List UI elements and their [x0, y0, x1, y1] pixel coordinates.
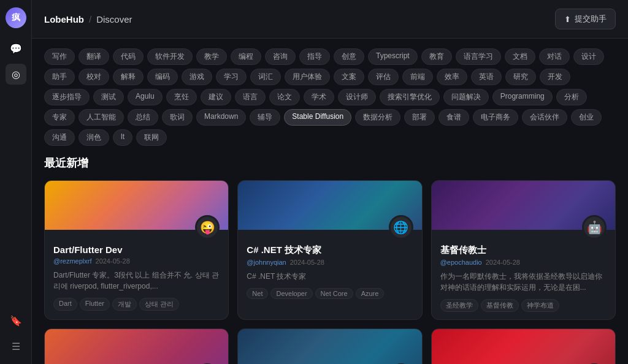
- card-tag: 基督传教: [481, 299, 519, 312]
- tag-软件开发[interactable]: 软件开发: [147, 48, 193, 65]
- tag-润色[interactable]: 润色: [78, 129, 109, 146]
- card-meta: @johnnyqian 2024-05-28: [247, 259, 413, 266]
- card-date: 2024-05-28: [96, 257, 130, 265]
- card-tag: Net Core: [315, 288, 353, 299]
- tag-分析[interactable]: 分析: [556, 89, 587, 105]
- tags-container: 写作翻译代码软件开发教学编程咨询指导创意Typescript教育语言学习文档对话…: [44, 48, 616, 146]
- tag-lt[interactable]: lt: [113, 129, 132, 146]
- tag-总结[interactable]: 总结: [128, 109, 158, 126]
- tag-逐步指导[interactable]: 逐步指导: [44, 89, 90, 105]
- tag-专家[interactable]: 专家: [44, 109, 75, 126]
- tag-设计[interactable]: 设计: [573, 48, 604, 65]
- submit-assistant-button[interactable]: ⬆ 提交助手: [555, 9, 616, 29]
- card-description: C# .NET 技术专家: [247, 271, 413, 282]
- tag-研究[interactable]: 研究: [505, 69, 536, 85]
- card-user: @rezmeplxrf: [53, 257, 92, 265]
- card-body: Dart/Flutter Dev @rezmeplxrf 2024-05-28 …: [45, 230, 228, 318]
- tag-教育[interactable]: 教育: [421, 48, 452, 65]
- card-description: Dart/Flutter 专家。3段代 以上 组合并不 允. 상태 관리에 ri…: [53, 270, 220, 292]
- tag-联网[interactable]: 联网: [136, 129, 167, 146]
- card-body: 基督传教士 @epochaudio 2024-05-28 作为一名即默传教士，我…: [432, 230, 615, 319]
- card-tag: Flutter: [80, 298, 110, 311]
- tag-问题解决[interactable]: 问题解决: [443, 89, 489, 105]
- card-4[interactable]: 🤨 日常小助手 @Qinks6 2024-05-28 一个能搜索、能画图的小可爱: [44, 328, 229, 364]
- tag-文档[interactable]: 文档: [505, 48, 535, 65]
- card-title: 基督传教士: [440, 245, 607, 256]
- tag-agulu[interactable]: Agulu: [128, 89, 163, 105]
- tag-markdown[interactable]: Markdown: [196, 109, 246, 126]
- card-title: Dart/Flutter Dev: [53, 245, 220, 255]
- tag-助手[interactable]: 助手: [44, 69, 75, 85]
- tag-歌词[interactable]: 歌词: [162, 109, 193, 126]
- tag-电子商务[interactable]: 电子商务: [473, 109, 518, 126]
- card-banner: 🤖: [238, 329, 421, 364]
- tag-前端[interactable]: 前端: [402, 69, 433, 85]
- card-tag: Azure: [356, 288, 385, 299]
- tag-对话[interactable]: 对话: [539, 48, 570, 65]
- tag-游戏[interactable]: 游戏: [182, 69, 212, 85]
- tag-搜索引擎优化[interactable]: 搜索引擎优化: [380, 89, 440, 105]
- card-avatar: 🌐: [389, 215, 413, 240]
- card-tag: 개발: [112, 298, 137, 311]
- tag-编码[interactable]: 编码: [147, 69, 178, 85]
- card-6[interactable]: 💯 外企同事评价助手 @johnnyqian 2024-05-27 给你的同事好…: [431, 328, 616, 364]
- card-5[interactable]: 🤖 Node.js 优化师 @chrisuhg 2024-05-28 擅长 No…: [237, 328, 422, 364]
- upload-icon: ⬆: [564, 15, 571, 24]
- tag-建议[interactable]: 建议: [201, 89, 231, 105]
- tag-创意[interactable]: 创意: [334, 48, 364, 65]
- tag-英语[interactable]: 英语: [471, 69, 502, 85]
- tag-烹饪[interactable]: 烹饪: [166, 89, 197, 105]
- tag-programming[interactable]: Programming: [492, 89, 553, 105]
- brand-name: LobeHub: [44, 14, 84, 25]
- card-user: @johnnyqian: [247, 259, 286, 266]
- chat-nav-icon[interactable]: 💬: [6, 38, 26, 59]
- tag-创业[interactable]: 创业: [571, 109, 602, 126]
- header: LobeHub / Discover ⬆ 提交助手: [32, 0, 628, 39]
- tag-数据分析[interactable]: 数据分析: [355, 109, 400, 126]
- card-date: 2024-05-28: [486, 259, 520, 266]
- tag-学术[interactable]: 学术: [304, 89, 334, 105]
- bookmark-nav-icon[interactable]: 🔖: [6, 310, 26, 331]
- discover-nav-icon[interactable]: ◎: [6, 64, 26, 85]
- card-1[interactable]: 😜 Dart/Flutter Dev @rezmeplxrf 2024-05-2…: [44, 180, 229, 320]
- tag-翻译[interactable]: 翻译: [78, 48, 109, 65]
- tag-文案[interactable]: 文案: [334, 69, 364, 85]
- tag-用户体验[interactable]: 用户体验: [285, 69, 330, 85]
- logo[interactable]: 疯: [6, 7, 26, 28]
- card-tag: 神学布道: [521, 299, 559, 312]
- card-user: @epochaudio: [440, 259, 482, 266]
- card-tags: 圣经教学基督传教神学布道: [440, 299, 607, 312]
- card-3[interactable]: 🤖 基督传教士 @epochaudio 2024-05-28 作为一名即默传教士…: [431, 180, 616, 320]
- tag-教学[interactable]: 教学: [196, 48, 227, 65]
- tag-语言学习[interactable]: 语言学习: [456, 48, 501, 65]
- tag-测试[interactable]: 测试: [93, 89, 124, 105]
- tag-辅导[interactable]: 辅导: [250, 109, 280, 126]
- tag-咨询[interactable]: 咨询: [265, 48, 296, 65]
- tag-指导[interactable]: 指导: [299, 48, 330, 65]
- tag-解释[interactable]: 解释: [113, 69, 144, 85]
- tag-评估[interactable]: 评估: [368, 69, 399, 85]
- tag-语言[interactable]: 语言: [235, 89, 266, 105]
- tag-校对[interactable]: 校对: [78, 69, 109, 85]
- tag-学习[interactable]: 学习: [216, 69, 247, 85]
- card-tags: NetDeveloperNet CoreAzure: [247, 288, 413, 299]
- card-2[interactable]: 🌐 C# .NET 技术专家 @johnnyqian 2024-05-28 C#…: [237, 180, 422, 320]
- settings-nav-icon[interactable]: ☰: [6, 336, 26, 357]
- header-separator: /: [89, 14, 91, 25]
- tag-设计师[interactable]: 设计师: [338, 89, 376, 105]
- tag-效率[interactable]: 效率: [437, 69, 467, 85]
- tag-沟通[interactable]: 沟通: [44, 129, 75, 146]
- tag-食谱[interactable]: 食谱: [438, 109, 469, 126]
- tag-开发[interactable]: 开发: [540, 69, 570, 85]
- tag-写作[interactable]: 写作: [44, 48, 75, 65]
- tag-stable-diffusion[interactable]: Stable Diffusion: [284, 109, 351, 126]
- tag-会话伙伴[interactable]: 会话伙伴: [522, 109, 567, 126]
- card-tags: DartFlutter개발상태 관리: [53, 298, 220, 311]
- tag-部署[interactable]: 部署: [404, 109, 435, 126]
- tag-typescript[interactable]: Typescript: [368, 48, 418, 65]
- tag-人工智能[interactable]: 人工智能: [78, 109, 124, 126]
- tag-编程[interactable]: 编程: [231, 48, 261, 65]
- tag-代码[interactable]: 代码: [113, 48, 144, 65]
- tag-词汇[interactable]: 词汇: [250, 69, 281, 85]
- tag-论文[interactable]: 论文: [269, 89, 300, 105]
